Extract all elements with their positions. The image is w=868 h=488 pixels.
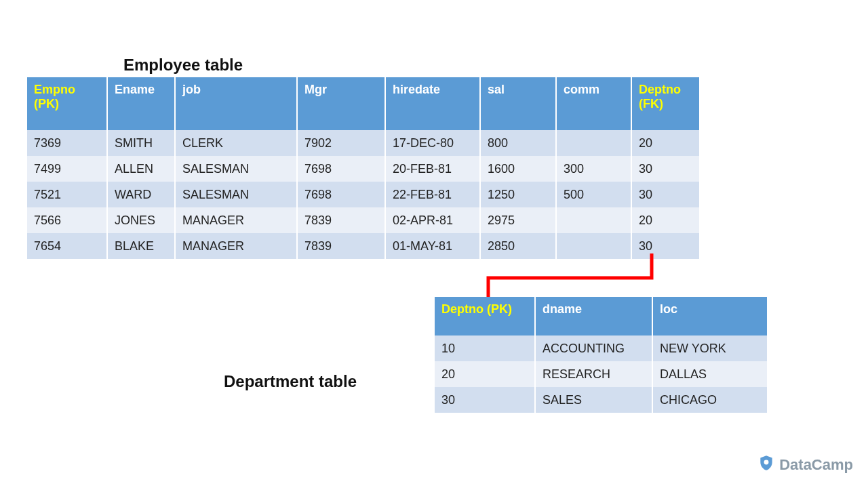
table-cell: WARD bbox=[107, 182, 175, 207]
table-cell: 22-FEB-81 bbox=[385, 182, 480, 207]
table-cell: RESEARCH bbox=[535, 361, 652, 387]
table-cell: 7839 bbox=[297, 233, 385, 259]
table-cell: 7369 bbox=[27, 130, 107, 156]
table-cell: 2850 bbox=[480, 233, 556, 259]
table-cell: BLAKE bbox=[107, 233, 175, 259]
table-cell: 1600 bbox=[480, 156, 556, 182]
table-cell: DALLAS bbox=[652, 361, 767, 387]
table-cell: JONES bbox=[107, 207, 175, 233]
col-job: job bbox=[175, 77, 297, 130]
table-cell: 20 bbox=[631, 130, 699, 156]
table-cell: 7521 bbox=[27, 182, 107, 207]
table-row: 10ACCOUNTINGNEW YORK bbox=[435, 336, 767, 361]
table-cell: 30 bbox=[435, 387, 535, 413]
table-cell: 30 bbox=[631, 156, 699, 182]
table-row: 7369SMITHCLERK790217-DEC-8080020 bbox=[27, 130, 699, 156]
col-hiredate: hiredate bbox=[385, 77, 480, 130]
table-cell: MANAGER bbox=[175, 233, 297, 259]
table-cell: SALES bbox=[535, 387, 652, 413]
table-cell: SALESMAN bbox=[175, 156, 297, 182]
col-deptno-pk: Deptno (PK) bbox=[435, 297, 535, 336]
table-row: 7654BLAKEMANAGER783901-MAY-81285030 bbox=[27, 233, 699, 259]
table-cell: 7499 bbox=[27, 156, 107, 182]
table-cell: 02-APR-81 bbox=[385, 207, 480, 233]
col-mgr: Mgr bbox=[297, 77, 385, 130]
table-cell: 7902 bbox=[297, 130, 385, 156]
department-header-row: Deptno (PK) dname loc bbox=[435, 297, 767, 336]
table-cell bbox=[556, 130, 631, 156]
table-cell: MANAGER bbox=[175, 207, 297, 233]
col-ename: Ename bbox=[107, 77, 175, 130]
table-row: 7499ALLENSALESMAN769820-FEB-81160030030 bbox=[27, 156, 699, 182]
table-cell: 7698 bbox=[297, 156, 385, 182]
table-row: 7521WARDSALESMAN769822-FEB-81125050030 bbox=[27, 182, 699, 207]
department-table-title: Department table bbox=[224, 372, 357, 391]
department-table: Deptno (PK) dname loc 10ACCOUNTINGNEW YO… bbox=[435, 297, 767, 413]
table-cell: 30 bbox=[631, 182, 699, 207]
table-cell: 7654 bbox=[27, 233, 107, 259]
table-cell: 20 bbox=[631, 207, 699, 233]
table-cell bbox=[556, 207, 631, 233]
table-cell bbox=[556, 233, 631, 259]
table-cell: CLERK bbox=[175, 130, 297, 156]
table-cell: 7839 bbox=[297, 207, 385, 233]
table-cell: 10 bbox=[435, 336, 535, 361]
table-cell: 1250 bbox=[480, 182, 556, 207]
table-cell: SALESMAN bbox=[175, 182, 297, 207]
shield-icon bbox=[757, 454, 775, 476]
table-row: 7566JONESMANAGER783902-APR-81297520 bbox=[27, 207, 699, 233]
table-cell: 300 bbox=[556, 156, 631, 182]
brand-text: DataCamp bbox=[779, 456, 853, 474]
table-cell: ACCOUNTING bbox=[535, 336, 652, 361]
employee-table-title: Employee table bbox=[123, 56, 243, 75]
svg-point-0 bbox=[764, 460, 769, 464]
table-cell: 800 bbox=[480, 130, 556, 156]
table-row: 20RESEARCHDALLAS bbox=[435, 361, 767, 387]
table-cell: ALLEN bbox=[107, 156, 175, 182]
table-cell: 500 bbox=[556, 182, 631, 207]
table-cell: 01-MAY-81 bbox=[385, 233, 480, 259]
table-cell: NEW YORK bbox=[652, 336, 767, 361]
employee-table: Empno (PK) Ename job Mgr hiredate sal co… bbox=[27, 77, 699, 259]
table-cell: 20 bbox=[435, 361, 535, 387]
employee-table-body: 7369SMITHCLERK790217-DEC-80800207499ALLE… bbox=[27, 130, 699, 259]
col-empno: Empno (PK) bbox=[27, 77, 107, 130]
department-table-body: 10ACCOUNTINGNEW YORK20RESEARCHDALLAS30SA… bbox=[435, 336, 767, 413]
col-deptno: Deptno (FK) bbox=[631, 77, 699, 130]
datacamp-logo: DataCamp bbox=[757, 454, 853, 476]
table-cell: 7566 bbox=[27, 207, 107, 233]
employee-header-row: Empno (PK) Ename job Mgr hiredate sal co… bbox=[27, 77, 699, 130]
col-dname: dname bbox=[535, 297, 652, 336]
table-cell: 17-DEC-80 bbox=[385, 130, 480, 156]
table-cell: 20-FEB-81 bbox=[385, 156, 480, 182]
col-loc: loc bbox=[652, 297, 767, 336]
table-cell: 30 bbox=[631, 233, 699, 259]
table-cell: 7698 bbox=[297, 182, 385, 207]
table-cell: SMITH bbox=[107, 130, 175, 156]
table-row: 30SALESCHICAGO bbox=[435, 387, 767, 413]
col-sal: sal bbox=[480, 77, 556, 130]
table-cell: CHICAGO bbox=[652, 387, 767, 413]
table-cell: 2975 bbox=[480, 207, 556, 233]
col-comm: comm bbox=[556, 77, 631, 130]
